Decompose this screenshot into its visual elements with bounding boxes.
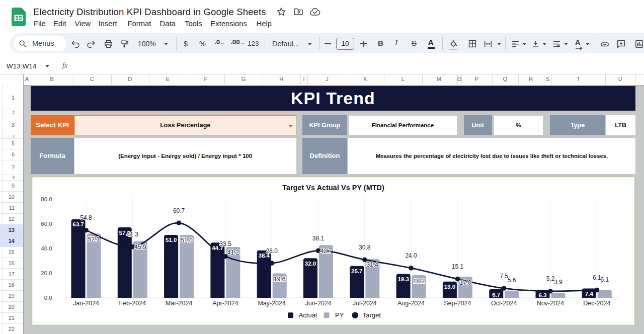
svg-text:41.2: 41.2: [227, 249, 239, 256]
svg-text:Actual: Actual: [299, 311, 317, 319]
svg-text:0.0: 0.0: [44, 294, 52, 300]
svg-text:Sep-2024: Sep-2024: [444, 300, 471, 307]
svg-text:Jun-2024: Jun-2024: [305, 300, 331, 307]
svg-text:20.0: 20.0: [41, 270, 52, 276]
svg-text:32.0: 32.0: [305, 260, 316, 266]
svg-text:45.9: 45.9: [134, 243, 146, 250]
svg-text:52.1: 52.1: [88, 235, 100, 242]
svg-text:Nov-2024: Nov-2024: [537, 300, 564, 307]
svg-text:Jan-2024: Jan-2024: [73, 300, 99, 307]
svg-text:Feb-2024: Feb-2024: [119, 300, 146, 307]
svg-text:Mar-2024: Mar-2024: [166, 300, 193, 307]
svg-text:63.7: 63.7: [72, 221, 84, 227]
svg-text:6.1: 6.1: [593, 274, 601, 281]
svg-text:28.0: 28.0: [266, 247, 278, 254]
svg-text:60.0: 60.0: [41, 221, 52, 227]
svg-text:6.1: 6.1: [600, 276, 609, 283]
svg-text:7.4: 7.4: [585, 290, 594, 296]
svg-text:18.2: 18.2: [413, 277, 425, 284]
svg-text:31.4: 31.4: [367, 261, 379, 268]
svg-text:Apr-2024: Apr-2024: [212, 300, 238, 307]
svg-text:Oct-2024: Oct-2024: [491, 300, 517, 307]
svg-text:25.7: 25.7: [351, 268, 362, 274]
svg-text:54.8: 54.8: [80, 214, 92, 221]
svg-text:5.2: 5.2: [546, 275, 555, 282]
svg-text:60.7: 60.7: [173, 207, 185, 214]
svg-text:6.7: 6.7: [492, 291, 500, 297]
svg-text:3.9: 3.9: [554, 279, 562, 286]
svg-text:6.3: 6.3: [539, 292, 547, 298]
svg-text:Jul-2024: Jul-2024: [353, 300, 377, 307]
svg-text:Dec-2024: Dec-2024: [583, 300, 610, 307]
svg-text:5.6: 5.6: [508, 276, 516, 283]
svg-text:May-2024: May-2024: [258, 300, 286, 307]
svg-text:51.0: 51.0: [181, 237, 193, 244]
svg-text:19.6: 19.6: [274, 276, 286, 283]
svg-text:7.5: 7.5: [500, 272, 508, 279]
svg-text:19.3: 19.3: [397, 276, 409, 282]
svg-text:80.0: 80.0: [41, 196, 52, 202]
svg-text:38.1: 38.1: [312, 234, 325, 241]
svg-text:15.1: 15.1: [452, 263, 464, 270]
svg-text:17.0: 17.0: [459, 279, 471, 286]
svg-text:51.0: 51.0: [166, 237, 177, 243]
svg-text:Target Vs Actual Vs PY (MTD): Target Vs Actual Vs PY (MTD): [282, 183, 384, 191]
svg-text:13.0: 13.0: [444, 284, 455, 290]
svg-text:30.8: 30.8: [359, 243, 371, 251]
svg-text:PY: PY: [335, 311, 344, 319]
svg-text:33.5: 33.5: [219, 240, 231, 247]
svg-text:40.0: 40.0: [41, 245, 52, 251]
svg-text:42.7: 42.7: [320, 247, 332, 254]
svg-text:Target: Target: [363, 311, 381, 319]
svg-text:Aug-2024: Aug-2024: [397, 300, 425, 307]
svg-text:24.0: 24.0: [405, 252, 417, 259]
svg-text:41.3: 41.3: [127, 231, 139, 238]
